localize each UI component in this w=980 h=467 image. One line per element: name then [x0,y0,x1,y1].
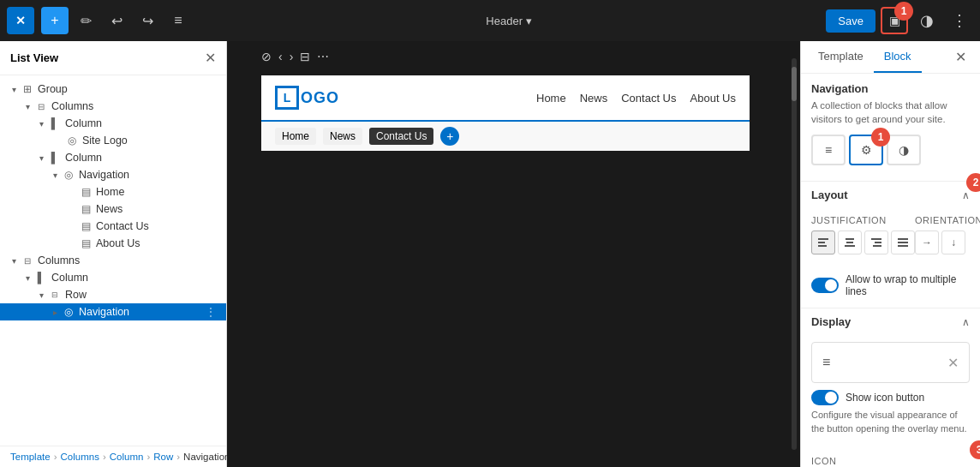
close-right-panel-button[interactable]: ✕ [948,41,973,73]
breadcrumb-template[interactable]: Template [10,452,51,462]
tree-item-label: Column [51,272,219,284]
svg-rect-7 [875,242,881,243]
tree-item-label: Columns [38,254,219,266]
icon-section-label: ICON [811,456,970,466]
site-logo-icon: ◎ [65,135,79,147]
tree-item-label: Contact Us [96,220,219,232]
block-more-icon[interactable]: ⋯ [317,50,329,63]
nav-pill-contact[interactable]: Contact Us [369,128,433,145]
columns-icon: ⊟ [34,102,48,111]
tree-item-news[interactable]: ▤ News [0,201,226,218]
ellipsis-icon: ⋮ [952,11,967,30]
nav-add-item-button[interactable]: + [440,127,459,146]
contrast-tab[interactable]: ◑ [887,135,921,165]
svg-rect-10 [898,242,908,243]
tree-item-group[interactable]: ▾ ⊞ Group [0,81,226,98]
canvas-logo[interactable]: L OGO [275,86,339,110]
tree-item-columns[interactable]: ▾ ⊟ Columns [0,98,226,115]
svg-rect-11 [898,245,908,247]
tree-item-home[interactable]: ▤ Home [0,183,226,201]
svg-rect-2 [818,245,827,247]
tree-item-contact-us[interactable]: ▤ Contact Us [0,218,226,235]
tree-item-about-us[interactable]: ▤ About Us [0,235,226,252]
just-right-button[interactable] [864,231,888,254]
layout-toggle-button[interactable]: ▣ 1 [881,7,908,34]
display-section-header[interactable]: Display ∧ [801,308,980,335]
svg-rect-9 [898,238,908,240]
tree-item-column2[interactable]: ▾ ▌ Column [0,149,226,166]
layout-section-header[interactable]: Layout ∧ 2 [801,181,980,208]
canvas-nav-home[interactable]: Home [536,92,566,105]
top-toolbar: ✕ + ✏ ↩ ↪ ≡ Header ▾ Save ▣ 1 ◑ ⋮ [0,0,980,41]
redo-button[interactable]: ↪ [134,7,161,34]
tree-item-navigation-selected[interactable]: ▸ ◎ Navigation ⋮ [0,303,226,320]
canvas-nav-news[interactable]: News [580,92,608,105]
wrap-label: Allow to wrap to multiple lines [846,273,970,297]
page-icon: ▤ [79,186,93,198]
menu-button[interactable]: ≡ [164,7,192,34]
breadcrumb-sep-4: › [176,452,180,462]
column-icon: ▌ [48,152,62,164]
step-indicator-3: 3 [970,440,980,459]
wrap-toggle[interactable] [811,278,839,293]
left-panel: List View ✕ ▾ ⊞ Group ▾ ⊟ Columns ▾ ▌ Co… [0,41,227,467]
logo-text: OGO [301,89,339,107]
undo-button[interactable]: ↩ [103,7,130,34]
column-icon: ▌ [48,117,62,129]
navigate-prev-icon[interactable]: ‹ [278,50,283,63]
tree-item-label: Row [65,289,219,301]
chevron-icon: ▾ [21,102,34,111]
display-close-icon[interactable]: ✕ [947,355,959,371]
navigate-next-icon[interactable]: › [290,50,294,63]
canvas-nav-contact[interactable]: Contact Us [621,92,676,105]
logo-box-icon: L [275,86,299,110]
layout-section-content: JUSTIFICATION [801,208,980,308]
breadcrumb-column[interactable]: Column [110,452,144,462]
app-logo[interactable]: ✕ [7,7,34,34]
canvas-scrollbar[interactable] [792,58,797,450]
tree-item-column1[interactable]: ▾ ▌ Column [0,115,226,132]
breadcrumb-columns[interactable]: Columns [61,452,99,462]
canvas-area: ⊘ ‹ › ⊟ ⋯ L OGO [227,41,800,467]
tree-item-row[interactable]: ▾ ⊟ Row [0,286,226,303]
save-button[interactable]: Save [826,9,875,33]
chevron-icon: ▾ [34,119,48,129]
tree-item-column3[interactable]: ▾ ▌ Column [0,269,226,286]
block-align-icon[interactable]: ⊟ [300,50,310,63]
plus-icon: + [51,13,58,28]
just-center-button[interactable] [838,231,862,254]
nav-pill-home[interactable]: Home [275,128,316,145]
list-view-tab[interactable]: ≡ [811,135,846,165]
show-icon-toggle[interactable] [811,390,839,405]
tree-item-navigation-sub[interactable]: ▾ ◎ Navigation [0,166,226,183]
dropdown-arrow-icon[interactable]: ▾ [526,15,532,27]
wrap-toggle-row: Allow to wrap to multiple lines [811,270,970,301]
nav-pill-news[interactable]: News [323,128,362,145]
tree-item-site-logo[interactable]: ◎ Site Logo [0,132,226,149]
close-left-panel-button[interactable]: ✕ [205,50,216,66]
orient-horizontal-button[interactable]: → [915,231,939,254]
more-options-icon[interactable]: ⋮ [202,306,219,318]
contrast-button[interactable]: ◑ [913,7,941,34]
right-panel: Template Block ✕ Navigation A collection… [800,41,980,467]
more-options-button[interactable]: ⋮ [946,7,973,34]
tree-item-label: Column [65,117,219,129]
add-block-button[interactable]: + [41,7,69,34]
right-nav-info: Navigation A collection of blocks that a… [801,74,980,181]
draw-button[interactable]: ✏ [72,7,99,34]
svg-rect-0 [818,238,828,240]
block-settings-icon[interactable]: ⊘ [261,50,272,63]
canvas-frame: L OGO Home News Contact Us About Us Home [261,75,750,151]
settings-tab[interactable]: ⚙ 1 [849,135,883,165]
tree-item-columns2[interactable]: ▾ ⊟ Columns [0,252,226,269]
tab-block[interactable]: Block [874,41,922,73]
orient-vertical-button[interactable]: ↓ [941,231,965,254]
toggle-knob [825,279,837,291]
just-left-button[interactable] [811,231,835,254]
menu-icon: ≡ [174,13,182,28]
canvas-nav-about[interactable]: About Us [690,92,736,105]
breadcrumb-row[interactable]: Row [153,452,173,462]
just-justify-button[interactable] [891,231,915,254]
tab-template[interactable]: Template [808,41,874,73]
chevron-icon: ▾ [34,153,48,163]
